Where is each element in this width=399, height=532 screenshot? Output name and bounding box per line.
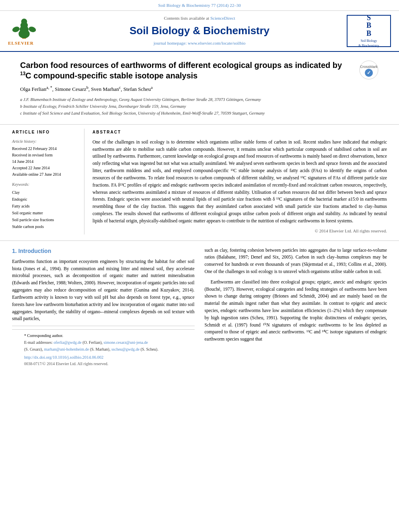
journal-ref-text: Soil Biology & Biochemistry 77 (2014) 22… [158,3,241,8]
issn-line: 0038-0717/© 2014 Elsevier Ltd. All right… [24,361,183,367]
article-info-heading: ARTICLE INFO [12,129,78,136]
doi-link[interactable]: http://dx.doi.org/10.1016/j.soilbio.2014… [24,354,183,360]
keywords-section: Keywords: Clay Endogeic Fatty acids Soil… [12,182,78,230]
science-direct-line: Contents lists available at ScienceDirec… [60,15,339,22]
elsevier-tree-icon [8,15,40,39]
journal-header: ELSEVIER Contents lists available at Sci… [0,11,399,52]
abstract-text: One of the challenges in soil ecology is… [93,139,387,225]
article-title-row: Carbon food resources of earthworms of d… [20,60,379,120]
sb-logo-area: SBB Soil Biology& Biochemistry [339,15,391,47]
email3-link[interactable]: marhan@uni-hohenheim.de [44,347,89,351]
content-right-col: such as clay, fostering cohesion between… [205,247,387,370]
footer-divider [12,326,195,326]
footer-emails: E-mail addresses: oferlia@gwdg.de (O. Fe… [24,340,183,346]
journal-title-area: Contents lists available at ScienceDirec… [60,15,339,47]
keywords-label: Keywords: [12,182,78,188]
abstract-heading: ABSTRACT [93,129,387,136]
intro-text-left: Earthworms function as important ecosyst… [12,258,195,322]
article-header: Carbon food resources of earthworms of d… [0,52,399,125]
article-history: Article history: Received 22 February 20… [12,139,78,178]
sb-logo-subtitle: Soil Biology& Biochemistry [358,39,379,48]
affiliations: a J.F. Blumenbach Institute of Zoology a… [20,97,353,116]
authors-line: Olga Ferliana, *, Simone Cesarzb, Sven M… [20,85,353,93]
elsevier-wordmark: ELSEVIER [8,40,34,47]
section1-title: 1. Introduction [12,247,195,255]
article-title: Carbon food resources of earthworms of d… [20,60,353,81]
email1-link[interactable]: oferlia@gwdg.de [53,340,81,345]
email4-link[interactable]: sscheu@gwdg.de [111,347,140,351]
crossmark-icon: CrossMark ✓ [359,60,379,80]
svg-point-4 [21,18,27,25]
journal-homepage: journal homepage: www.elsevier.com/locat… [60,40,339,47]
svg-text:✓: ✓ [367,70,371,76]
svg-text:CrossMark: CrossMark [360,65,378,69]
article-info-col: ARTICLE INFO Article history: Received 2… [12,129,84,234]
sb-logo-box: SBB Soil Biology& Biochemistry [347,15,391,47]
article-footer: * Corresponding author. E-mail addresses… [12,329,195,370]
main-content: 1. Introduction Earthworms function as i… [0,241,399,378]
content-left-col: 1. Introduction Earthworms function as i… [12,247,195,370]
article-info-abstract: ARTICLE INFO Article history: Received 2… [0,129,399,240]
elsevier-logo-area: ELSEVIER [8,15,60,47]
science-direct-link[interactable]: ScienceDirect [210,16,235,21]
copyright-line: © 2014 Elsevier Ltd. All rights reserved… [93,228,387,234]
footer-emails2: (S. Cesarz), marhan@uni-hohenheim.de (S.… [24,347,183,353]
keywords-list: Clay Endogeic Fatty acids Soil organic m… [12,189,78,230]
homepage-url[interactable]: www.elsevier.com/locate/soilbio [188,41,245,45]
history-label: Article history: [12,139,78,145]
journal-title: Soil Biology & Biochemistry [60,23,339,39]
corresponding-note: * Corresponding author. [24,333,183,339]
crossmark-logo: CrossMark ✓ [359,60,379,82]
abstract-col: ABSTRACT One of the challenges in soil e… [93,129,387,234]
email2-link[interactable]: simone.cesarz@uni-jena.de [104,340,148,345]
journal-reference: Soil Biology & Biochemistry 77 (2014) 22… [0,0,399,11]
sb-logo-text: SBB [366,14,371,38]
elsevier-logo: ELSEVIER [8,15,60,47]
intro-text-right: such as clay, fostering cohesion between… [205,247,387,343]
svg-point-5 [12,26,21,33]
article-title-area: Carbon food resources of earthworms of d… [20,60,353,120]
svg-point-6 [28,26,37,33]
article-dates: Received 22 February 2014 Received in re… [12,146,78,178]
